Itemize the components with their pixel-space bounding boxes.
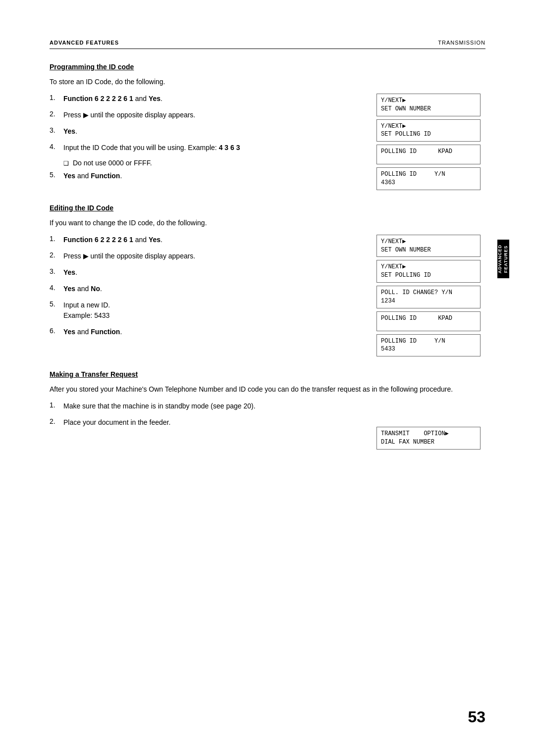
step-2-2: 2. Press ▶ until the opposite display ap… bbox=[50, 251, 362, 261]
section2-content: 1. Function 6 2 2 2 2 6 1 and Yes. 2. Pr… bbox=[50, 235, 485, 356]
step-num: 4. bbox=[50, 143, 59, 151]
section2-intro: If you want to change the ID code, do th… bbox=[50, 219, 485, 227]
step-text: Yes. bbox=[63, 126, 362, 137]
section-transfer-request: Making a Transfer Request After you stor… bbox=[50, 370, 485, 450]
display-3-1: TRANSMIT OPTION▶DIAL FAX NUMBER bbox=[376, 427, 481, 450]
step-bold2: No bbox=[91, 285, 100, 293]
page: Advanced Features Transmission Programmi… bbox=[0, 0, 535, 756]
display-2-5: POLLING ID Y/N5433 bbox=[376, 334, 481, 357]
step-text: Yes. bbox=[63, 267, 362, 278]
step-bold2: Yes bbox=[149, 236, 160, 244]
sub-item-text: Do not use 0000 or FFFF. bbox=[73, 159, 152, 167]
step-1-4: 4. Input the ID Code that you will be us… bbox=[50, 143, 362, 153]
side-tab: ADVANCEDFEATURES bbox=[497, 240, 509, 278]
checkbox-icon: ❑ bbox=[63, 160, 69, 167]
step-bold: Yes bbox=[63, 328, 75, 336]
step-num: 4. bbox=[50, 284, 59, 292]
step-text: Press ▶ until the opposite display appea… bbox=[63, 110, 362, 120]
section1-intro: To store an ID Code, do the following. bbox=[50, 78, 485, 86]
step-num: 2. bbox=[50, 417, 59, 425]
step-2-1: 1. Function 6 2 2 2 2 6 1 and Yes. bbox=[50, 235, 362, 245]
step-text: Yes and No. bbox=[63, 284, 362, 294]
step-bold: Function 6 2 2 2 2 6 1 bbox=[63, 236, 133, 244]
section2-title: Editing the ID Code bbox=[50, 204, 485, 212]
step-bold2: Yes bbox=[149, 95, 160, 102]
step-1-2: 2. Press ▶ until the opposite display ap… bbox=[50, 110, 362, 120]
header-left: Advanced Features bbox=[50, 40, 119, 46]
section3-steps: 1. Make sure that the machine is in stan… bbox=[50, 401, 376, 450]
step-bold: Function 6 2 2 2 2 6 1 bbox=[63, 95, 133, 102]
step-text: Input the ID Code that you will be using… bbox=[63, 143, 362, 153]
step-text: Press ▶ until the opposite display appea… bbox=[63, 251, 362, 261]
section1-displays: Y/NEXT▶SET OWN NUMBER Y/NEXT▶SET POLLING… bbox=[376, 94, 485, 190]
step-num: 5. bbox=[50, 300, 59, 308]
page-number: 53 bbox=[468, 708, 485, 726]
step-bold2: Function bbox=[91, 328, 120, 336]
section-editing-id: Editing the ID Code If you want to chang… bbox=[50, 204, 485, 356]
step-bold: 4 3 6 3 bbox=[219, 144, 240, 151]
section2-displays: Y/NEXT▶SET OWN NUMBER Y/NEXT▶SET POLLING… bbox=[376, 235, 485, 356]
step-2-5: 5. Input a new ID.Example: 5433 bbox=[50, 300, 362, 321]
section3-displays: TRANSMIT OPTION▶DIAL FAX NUMBER bbox=[376, 401, 485, 450]
step-bold: Yes bbox=[63, 172, 75, 180]
step-bold: Yes bbox=[63, 268, 75, 276]
step-num: 3. bbox=[50, 267, 59, 275]
step-bold: Yes bbox=[63, 285, 75, 293]
step-num: 5. bbox=[50, 171, 59, 179]
step-bold2: Function bbox=[91, 172, 120, 180]
sub-item-1: ❑ Do not use 0000 or FFFF. bbox=[63, 159, 362, 167]
step-num: 1. bbox=[50, 94, 59, 101]
step-num: 2. bbox=[50, 110, 59, 118]
step-1-1: 1. Function 6 2 2 2 2 6 1 and Yes. bbox=[50, 94, 362, 104]
display-2-2: Y/NEXT▶SET POLLING ID bbox=[376, 260, 481, 283]
step-2-6: 6. Yes and Function. bbox=[50, 327, 362, 337]
section-programming-id: Programming the ID code To store an ID C… bbox=[50, 63, 485, 190]
display-2-1: Y/NEXT▶SET OWN NUMBER bbox=[376, 235, 481, 257]
display-1-1: Y/NEXT▶SET OWN NUMBER bbox=[376, 94, 481, 116]
section1-title: Programming the ID code bbox=[50, 63, 485, 71]
step-2-4: 4. Yes and No. bbox=[50, 284, 362, 294]
step-text: Function 6 2 2 2 2 6 1 and Yes. bbox=[63, 235, 362, 245]
step-1-5: 5. Yes and Function. bbox=[50, 171, 362, 181]
step-text: Function 6 2 2 2 2 6 1 and Yes. bbox=[63, 94, 362, 104]
step-num: 2. bbox=[50, 251, 59, 259]
section3-intro: After you stored your Machine's Own Tele… bbox=[50, 385, 485, 393]
step-3-2: 2. Place your document in the feeder. bbox=[50, 417, 362, 428]
side-tab-text: ADVANCEDFEATURES bbox=[497, 245, 509, 273]
header-right: Transmission bbox=[438, 40, 485, 46]
section1-steps: 1. Function 6 2 2 2 2 6 1 and Yes. 2. Pr… bbox=[50, 94, 376, 190]
step-num: 1. bbox=[50, 235, 59, 243]
step-num: 3. bbox=[50, 126, 59, 134]
step-text: Yes and Function. bbox=[63, 171, 362, 181]
step-3-1: 1. Make sure that the machine is in stan… bbox=[50, 401, 362, 411]
step-1-3: 3. Yes. bbox=[50, 126, 362, 137]
page-header: Advanced Features Transmission bbox=[50, 40, 485, 49]
step-text: Make sure that the machine is in standby… bbox=[63, 401, 362, 411]
step-2-3: 3. Yes. bbox=[50, 267, 362, 278]
step-num: 6. bbox=[50, 327, 59, 335]
section3-content: 1. Make sure that the machine is in stan… bbox=[50, 401, 485, 450]
display-1-4: POLLING ID Y/N4363 bbox=[376, 167, 481, 190]
step-num: 1. bbox=[50, 401, 59, 409]
section1-content: 1. Function 6 2 2 2 2 6 1 and Yes. 2. Pr… bbox=[50, 94, 485, 190]
step-text: Place your document in the feeder. bbox=[63, 417, 362, 428]
display-1-3: POLLING ID KPAD bbox=[376, 145, 481, 164]
display-1-2: Y/NEXT▶SET POLLING ID bbox=[376, 119, 481, 142]
display-2-4: POLLING ID KPAD bbox=[376, 311, 481, 331]
step-text: Yes and Function. bbox=[63, 327, 362, 337]
section2-steps: 1. Function 6 2 2 2 2 6 1 and Yes. 2. Pr… bbox=[50, 235, 376, 356]
step-bold: Yes bbox=[63, 127, 75, 135]
section3-title: Making a Transfer Request bbox=[50, 370, 485, 378]
display-2-3: POLL. ID CHANGE? Y/N1234 bbox=[376, 286, 481, 308]
step-text: Input a new ID.Example: 5433 bbox=[63, 300, 362, 321]
